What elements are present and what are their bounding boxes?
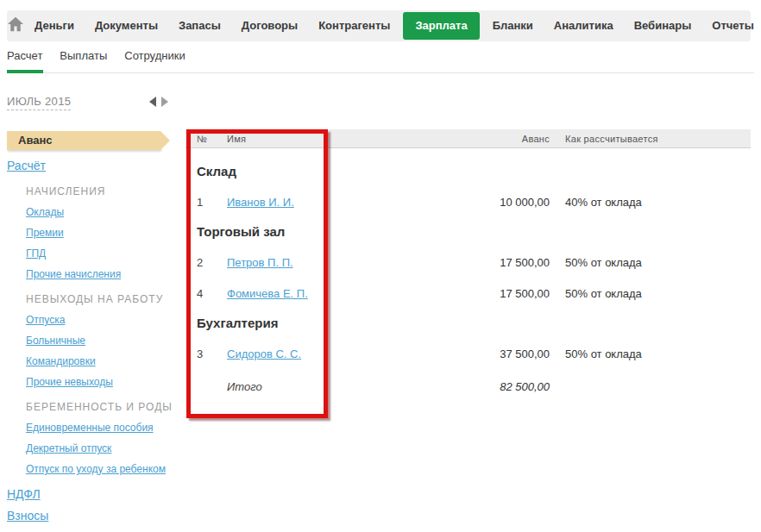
department-group-name: Торговый зал (197, 225, 751, 238)
col-header-avans: Аванс (434, 134, 550, 144)
nav-item-4[interactable]: Контрагенты (308, 10, 400, 41)
table-row: 3 Сидоров С. С. 37 500,00 50% от оклада (186, 348, 751, 360)
sidebar-link-0-3[interactable]: Прочие начисления (26, 268, 121, 280)
row-method-value: 40% от оклада (565, 197, 751, 209)
sidebar-link-0-0[interactable]: Оклады (26, 206, 64, 218)
prev-month-button[interactable] (149, 97, 156, 107)
row-number: 4 (197, 288, 227, 300)
employee-link[interactable]: Фомичева Е. П. (227, 287, 308, 300)
next-month-button[interactable] (161, 97, 168, 107)
sidebar-section-title-2: БЕРЕМЕННОСТЬ И РОДЫ (26, 401, 186, 413)
row-number: 2 (197, 257, 227, 269)
nav-item-7[interactable]: Аналитика (544, 10, 624, 41)
sidebar-item-wrap: Единовременные пособия (26, 422, 186, 434)
table-row: 1 Иванов И. И. 10 000,00 40% от оклада (186, 197, 751, 209)
col-header-number: № (197, 134, 227, 144)
top-nav-items: ДеньгиДокументыЗапасыДоговорыКонтрагенты… (24, 10, 761, 41)
sidebar-link-2-0[interactable]: Единовременные пособия (26, 422, 154, 434)
total-value: 82 500,00 (434, 380, 550, 393)
row-number: 1 (197, 197, 227, 209)
table-body: Склад 1 Иванов И. И. 10 000,00 40% от ок… (186, 165, 751, 360)
employee-link[interactable]: Петров П. П. (227, 256, 293, 269)
sidebar-item-wrap: Оклады (26, 206, 186, 218)
sidebar-item-wrap: Прочие начисления (26, 268, 186, 280)
employee-link[interactable]: Иванов И. И. (227, 196, 294, 209)
nav-item-9[interactable]: Отчеты (701, 10, 761, 41)
row-avans-value: 37 500,00 (434, 348, 550, 360)
sidebar-link-0-1[interactable]: Премии (26, 227, 64, 239)
nav-item-3[interactable]: Договоры (231, 10, 308, 41)
nav-item-8[interactable]: Вебинары (624, 10, 702, 41)
tab-1[interactable]: Выплаты (60, 49, 107, 62)
department-group-name: Склад (197, 165, 751, 178)
sidebar-item-wrap: ГПД (26, 247, 186, 260)
sidebar-bottom-link-1[interactable]: Взносы (7, 509, 48, 523)
sidebar-link-2-2[interactable]: Отпуск по уходу за ребенком (26, 463, 166, 475)
row-method-value: 50% от оклада (565, 348, 751, 360)
sidebar-item-avans[interactable]: Аванс (7, 131, 160, 150)
sidebar-item-wrap: Декретный отпуск (26, 442, 186, 454)
sidebar-item-wrap: Отпуска (26, 314, 186, 326)
sidebar-item-wrap: Прочие невыходы (26, 376, 186, 388)
nav-item-1[interactable]: Документы (85, 10, 168, 41)
sidebar-link-0-2[interactable]: ГПД (26, 247, 46, 260)
sidebar-link-2-1[interactable]: Декретный отпуск (26, 442, 111, 454)
advance-table: № Имя Аванс Как рассчитывается Склад 1 И… (186, 129, 751, 393)
employee-link[interactable]: Сидоров С. С. (227, 347, 301, 360)
department-group-name: Бухгалтерия (197, 316, 751, 329)
sidebar-section-title-0: НАЧИСЛЕНИЯ (26, 185, 186, 197)
tab-2[interactable]: Сотрудники (124, 49, 185, 62)
sidebar-section-title-1: НЕВЫХОДЫ НА РАБОТУ (26, 293, 186, 305)
sidebar-item-wrap: Отпуск по уходу за ребенком (26, 463, 186, 475)
home-button[interactable] (7, 16, 24, 35)
sidebar-link-1-3[interactable]: Прочие невыходы (26, 376, 113, 388)
tab-0-active[interactable]: Расчет (7, 49, 42, 62)
home-icon (7, 16, 24, 35)
top-nav: ДеньгиДокументыЗапасыДоговорыКонтрагенты… (7, 10, 751, 41)
total-row: Итого 82 500,00 (186, 380, 751, 393)
total-label: Итого (227, 380, 434, 393)
sidebar: Аванс Расчёт НАЧИСЛЕНИЯОкладыПремииГПДПр… (0, 131, 186, 523)
sidebar-link-1-0[interactable]: Отпуска (26, 314, 65, 326)
row-avans-value: 10 000,00 (434, 197, 550, 209)
month-selector[interactable]: ИЮЛЬ 2015 (7, 95, 71, 110)
sidebar-item-wrap: Командировки (26, 355, 186, 367)
row-method-value: 50% от оклада (565, 288, 751, 300)
col-header-name: Имя (227, 134, 434, 144)
sidebar-sections: НАЧИСЛЕНИЯОкладыПремииГПДПрочие начислен… (0, 185, 186, 475)
nav-item-2[interactable]: Запасы (168, 10, 231, 41)
nav-item-0[interactable]: Деньги (24, 10, 85, 41)
sidebar-link-1-2[interactable]: Командировки (26, 355, 96, 367)
sidebar-bottom-wrap: НДФЛ (7, 487, 186, 501)
row-avans-value: 17 500,00 (434, 257, 550, 269)
sidebar-bottom-links: НДФЛВзносы (0, 487, 186, 523)
active-tab-underline (7, 70, 43, 73)
sidebar-bottom-wrap: Взносы (7, 509, 186, 523)
nav-item-5-active[interactable]: Зарплата (403, 12, 479, 40)
sidebar-item-wrap: Премии (26, 227, 186, 239)
raschet-link[interactable]: Расчёт (7, 159, 46, 172)
table-row: 4 Фомичева Е. П. 17 500,00 50% от оклада (186, 288, 751, 300)
table-header: № Имя Аванс Как рассчитывается (186, 129, 751, 148)
tabs-divider (7, 72, 754, 73)
sidebar-item-wrap: Больничные (26, 335, 186, 347)
row-avans-value: 17 500,00 (434, 288, 550, 300)
section-tabs: РасчетВыплатыСотрудники (7, 49, 203, 62)
nav-item-6[interactable]: Бланки (482, 10, 544, 41)
sidebar-item-raschet: Расчёт (7, 159, 186, 172)
row-number: 3 (197, 348, 227, 360)
sidebar-bottom-link-0[interactable]: НДФЛ (7, 487, 41, 501)
col-header-method: Как рассчитывается (565, 134, 751, 144)
table-row: 2 Петров П. П. 17 500,00 50% от оклада (186, 257, 751, 269)
row-method-value: 50% от оклада (565, 257, 751, 269)
sidebar-link-1-1[interactable]: Больничные (26, 335, 85, 347)
payroll-page: ДеньгиДокументыЗапасыДоговорыКонтрагенты… (0, 0, 761, 532)
